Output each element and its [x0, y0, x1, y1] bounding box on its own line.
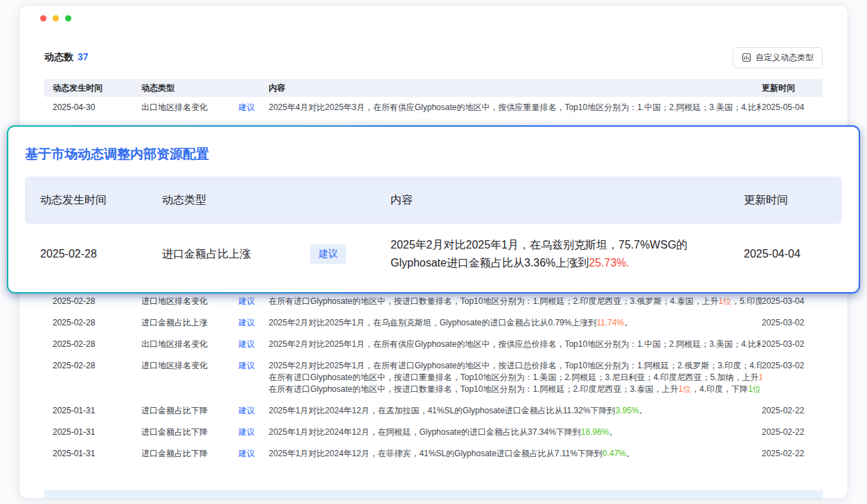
row-type: 进口金额占比上涨 — [141, 317, 238, 329]
close-button[interactable] — [40, 15, 46, 21]
row-updated: 2025-03-02 — [762, 317, 817, 329]
title-row: 动态数37 自定义动态类型 — [44, 47, 823, 68]
overlay-inner: 基于市场动态调整内部资源配置 动态发生时间 动态类型 内容 更新时间 2025-… — [8, 127, 859, 292]
row-updated: 2025-02-22 — [762, 426, 817, 438]
row-type: 出口地区排名变化 — [141, 102, 238, 114]
row-updated: 2025-03-02 — [762, 339, 817, 350]
overlay-col-header-type: 动态类型 — [162, 193, 310, 208]
row-advice-link[interactable]: 建议 — [238, 405, 269, 417]
row-updated: 2025-03-02 — [762, 360, 817, 372]
window-controls — [40, 15, 71, 21]
row-content: 2025年2月对比2025年1月，在所有进口Glyphosate的地区中，按进口… — [269, 360, 762, 395]
overlay-table-row[interactable]: 2025-02-28 进口金额占比上涨 建议 2025年2月对比2025年1月，… — [25, 236, 842, 272]
row-content: 2025年1月对比2024年12月，在菲律宾，41%SL的Glyphosate进… — [269, 448, 762, 460]
table-row[interactable]: 2025-02-28 进口金额占比上涨 建议 2025年2月对比2025年1月，… — [44, 312, 823, 334]
custom-type-button-label: 自定义动态类型 — [756, 52, 814, 64]
dynamics-count-value: 37 — [78, 51, 89, 62]
row-type: 进口金额占比下降 — [141, 405, 238, 417]
col-header-updated: 更新时间 — [762, 82, 817, 94]
col-header-content: 内容 — [269, 82, 762, 94]
dynamics-count-label: 动态数 — [44, 51, 73, 62]
row-updated: 2025-05-04 — [762, 102, 817, 114]
highlight-overlay-card: 基于市场动态调整内部资源配置 动态发生时间 动态类型 内容 更新时间 2025-… — [7, 125, 860, 294]
row-type: 进口地区排名变化 — [141, 360, 238, 372]
row-time: 2025-02-28 — [53, 339, 141, 350]
overlay-advice-badge[interactable]: 建议 — [310, 244, 346, 264]
table-row[interactable]: 2025-01-31 进口金额占比下降 建议 2025年1月对比2024年12月… — [44, 443, 823, 465]
table-row[interactable]: 2025-02-28 进口地区排名变化 建议 在所有进口Glyphosate的地… — [44, 291, 823, 312]
row-content: 2025年4月对比2025年3月，在所有供应Glyphosate的地区中，按供应… — [269, 102, 762, 114]
row-advice-link[interactable]: 建议 — [238, 339, 269, 350]
row-updated: 2025-02-22 — [762, 448, 817, 460]
row-advice-link[interactable]: 建议 — [238, 426, 269, 438]
table-row[interactable]: 2025-02-28 出口地区排名变化 建议 2025年2月对比2025年1月，… — [44, 334, 823, 355]
col-header-type: 动态类型 — [141, 82, 238, 94]
row-updated: 2025-03-04 — [762, 296, 817, 307]
custom-type-icon — [742, 53, 751, 62]
minimize-button[interactable] — [53, 15, 59, 21]
table-header: 动态发生时间 动态类型 内容 更新时间 — [44, 79, 823, 97]
row-time: 2025-02-28 — [53, 317, 141, 329]
row-type: 出口地区排名变化 — [141, 339, 238, 350]
partial-next-row[interactable] — [44, 490, 823, 498]
row-advice-link[interactable]: 建议 — [238, 317, 269, 329]
overlay-title: 基于市场动态调整内部资源配置 — [25, 145, 842, 164]
row-content: 2025年1月对比2024年12月，在孟加拉国，41%SL的Glyphosate… — [269, 405, 762, 417]
overlay-row-updated: 2025-04-04 — [744, 248, 827, 260]
row-type: 进口金额占比下降 — [141, 426, 238, 438]
custom-type-button[interactable]: 自定义动态类型 — [733, 47, 823, 69]
overlay-col-header-updated: 更新时间 — [744, 193, 827, 208]
row-time: 2025-02-28 — [53, 360, 141, 372]
row-time: 2025-04-30 — [53, 102, 141, 114]
row-advice-link[interactable]: 建议 — [238, 102, 269, 114]
table-row[interactable]: 2025-01-31 进口金额占比下降 建议 2025年1月对比2024年12月… — [44, 422, 823, 443]
row-time: 2025-01-31 — [53, 426, 141, 438]
overlay-row-time: 2025-02-28 — [40, 248, 162, 260]
col-header-time: 动态发生时间 — [53, 82, 141, 94]
row-time: 2025-01-31 — [53, 405, 141, 417]
maximize-button[interactable] — [65, 15, 71, 21]
overlay-row-type: 进口金额占比上涨 — [162, 247, 310, 262]
row-content: 在所有进口Glyphosate的地区中，按进口数量排名，Top10地区分别为：1… — [269, 296, 762, 307]
overlay-row-content: 2025年2月对比2025年1月，在乌兹别克斯坦，75.7%WSG的Glypho… — [391, 236, 744, 272]
overlay-col-header-time: 动态发生时间 — [40, 193, 162, 208]
row-time: 2025-02-28 — [53, 296, 141, 307]
page-title: 动态数37 — [44, 51, 89, 64]
row-content: 2025年1月对比2024年12月，在阿根廷，Glyphosate的进口金额占比… — [269, 426, 762, 438]
row-time: 2025-01-31 — [53, 448, 141, 460]
overlay-table-header: 动态发生时间 动态类型 内容 更新时间 — [25, 177, 842, 224]
row-advice-link[interactable]: 建议 — [238, 448, 269, 460]
row-content: 2025年2月对比2025年1月，在乌兹别克斯坦，Glyphosate的进口金额… — [269, 317, 762, 329]
overlay-col-header-content: 内容 — [391, 193, 744, 208]
row-content: 2025年2月对比2025年1月，在所有供应Glyphosate的地区中，按供应… — [269, 339, 762, 350]
row-type: 进口地区排名变化 — [141, 296, 238, 307]
table-row[interactable]: 2025-02-28 进口地区排名变化 建议 2025年2月对比2025年1月，… — [44, 355, 823, 400]
row-updated: 2025-02-22 — [762, 405, 817, 417]
row-type: 进口金额占比下降 — [141, 448, 238, 460]
row-advice-link[interactable]: 建议 — [238, 360, 269, 372]
row-advice-link[interactable]: 建议 — [238, 296, 269, 307]
table-row[interactable]: 2025-04-30 出口地区排名变化 建议 2025年4月对比2025年3月，… — [44, 97, 823, 118]
table-row[interactable]: 2025-01-31 进口金额占比下降 建议 2025年1月对比2024年12月… — [44, 400, 823, 422]
